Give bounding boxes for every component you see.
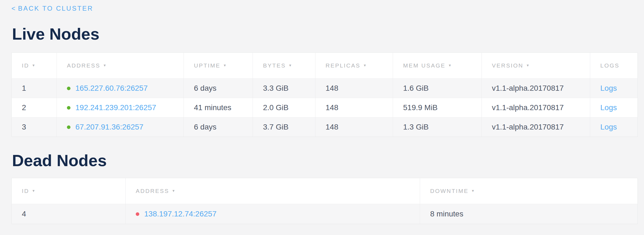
node-version-cell: v1.1-alpha.20170817 <box>482 98 590 118</box>
node-id-cell: 2 <box>12 98 57 118</box>
back-link-label: BACK TO CLUSTER <box>18 5 93 12</box>
sort-arrow-icon: ▾ <box>472 188 475 193</box>
live-node-row: 3 67.207.91.36:26257 6 days 3.7 GiB 148 … <box>12 118 638 137</box>
sort-arrow-icon: ▾ <box>33 188 36 193</box>
dead-node-row: 4 138.197.12.74:26257 8 minutes <box>12 204 638 224</box>
live-status-dot-icon <box>67 87 70 90</box>
live-status-dot-icon <box>67 106 70 110</box>
node-mem-usage-cell: 1.6 GiB <box>393 79 482 98</box>
sort-arrow-icon: ▾ <box>173 188 176 193</box>
node-bytes-cell: 3.7 GiB <box>253 118 315 137</box>
live-nodes-header-row: ID▾ ADDRESS▾ UPTIME▾ BYTES▾ REPLICAS▾ ME… <box>12 53 638 79</box>
col-header-label: MEM USAGE <box>403 62 445 69</box>
logs-link[interactable]: Logs <box>600 103 617 112</box>
col-header-mem-usage[interactable]: MEM USAGE▾ <box>393 53 482 79</box>
sort-arrow-icon: ▾ <box>224 63 227 67</box>
node-replicas-cell: 148 <box>315 118 393 137</box>
node-uptime-cell: 41 minutes <box>184 98 253 118</box>
live-node-row: 2 192.241.239.201:26257 41 minutes 2.0 G… <box>12 98 638 118</box>
node-address-cell: 138.197.12.74:26257 <box>126 204 420 224</box>
node-downtime-cell: 8 minutes <box>420 204 638 224</box>
col-header-label: BYTES <box>263 62 286 69</box>
col-header-label: ADDRESS <box>67 62 101 69</box>
col-header-label: ADDRESS <box>136 188 169 194</box>
node-address-link[interactable]: 165.227.60.76:26257 <box>75 84 148 92</box>
col-header-downtime[interactable]: DOWNTIME▾ <box>420 178 638 204</box>
node-address-link[interactable]: 192.241.239.201:26257 <box>75 103 156 112</box>
node-id-cell: 4 <box>12 204 126 224</box>
back-chevron-icon: < <box>11 5 15 12</box>
node-uptime-cell: 6 days <box>184 79 253 98</box>
dead-status-dot-icon <box>136 212 139 216</box>
col-header-uptime[interactable]: UPTIME▾ <box>184 53 253 79</box>
col-header-id[interactable]: ID▾ <box>12 53 57 79</box>
col-header-version[interactable]: VERSION▾ <box>482 53 590 79</box>
logs-link[interactable]: Logs <box>600 84 617 92</box>
col-header-label: DOWNTIME <box>430 188 469 194</box>
col-header-label: REPLICAS <box>326 62 361 69</box>
node-mem-usage-cell: 1.3 GiB <box>393 118 482 137</box>
node-version-cell: v1.1-alpha.20170817 <box>482 79 590 98</box>
col-header-address[interactable]: ADDRESS▾ <box>57 53 184 79</box>
col-header-logs: LOGS <box>590 53 638 79</box>
node-version-cell: v1.1-alpha.20170817 <box>482 118 590 137</box>
col-header-id[interactable]: ID▾ <box>12 178 126 204</box>
sort-arrow-icon: ▾ <box>364 63 367 67</box>
node-uptime-cell: 6 days <box>184 118 253 137</box>
col-header-replicas[interactable]: REPLICAS▾ <box>315 53 393 79</box>
back-to-cluster-link[interactable]: <BACK TO CLUSTER <box>11 4 93 13</box>
dead-nodes-title: Dead Nodes <box>12 152 637 170</box>
node-address-cell: 165.227.60.76:26257 <box>57 79 184 98</box>
col-header-label: LOGS <box>600 62 619 69</box>
col-header-label: ID <box>22 62 29 69</box>
col-header-label: UPTIME <box>194 62 220 69</box>
nodes-overview-page: <BACK TO CLUSTER Live Nodes ID▾ ADDRESS▾… <box>0 0 644 224</box>
node-id-cell: 3 <box>12 118 57 137</box>
dead-nodes-header-row: ID▾ ADDRESS▾ DOWNTIME▾ <box>12 178 638 204</box>
sort-arrow-icon: ▾ <box>289 63 292 67</box>
node-address-cell: 192.241.239.201:26257 <box>57 98 184 118</box>
col-header-label: ID <box>22 188 29 194</box>
node-address-cell: 67.207.91.36:26257 <box>57 118 184 137</box>
col-header-address[interactable]: ADDRESS▾ <box>126 178 420 204</box>
node-logs-cell: Logs <box>590 79 638 98</box>
live-status-dot-icon <box>67 125 70 129</box>
live-node-row: 1 165.227.60.76:26257 6 days 3.3 GiB 148… <box>12 79 638 98</box>
col-header-bytes[interactable]: BYTES▾ <box>253 53 315 79</box>
node-id-cell: 1 <box>12 79 57 98</box>
sort-arrow-icon: ▾ <box>449 63 452 67</box>
col-header-label: VERSION <box>492 62 524 69</box>
dead-nodes-table: ID▾ ADDRESS▾ DOWNTIME▾ 4 138.197.12.74:2… <box>11 178 638 224</box>
node-replicas-cell: 148 <box>315 98 393 118</box>
node-replicas-cell: 148 <box>315 79 393 98</box>
node-mem-usage-cell: 519.9 MiB <box>393 98 482 118</box>
sort-arrow-icon: ▾ <box>527 63 530 67</box>
node-address-link[interactable]: 138.197.12.74:26257 <box>144 210 217 218</box>
live-nodes-title: Live Nodes <box>12 25 637 43</box>
live-nodes-table: ID▾ ADDRESS▾ UPTIME▾ BYTES▾ REPLICAS▾ ME… <box>11 52 638 137</box>
node-bytes-cell: 3.3 GiB <box>253 79 315 98</box>
logs-link[interactable]: Logs <box>600 123 617 131</box>
node-bytes-cell: 2.0 GiB <box>253 98 315 118</box>
sort-arrow-icon: ▾ <box>33 63 36 67</box>
sort-arrow-icon: ▾ <box>104 63 107 67</box>
node-logs-cell: Logs <box>590 98 638 118</box>
node-logs-cell: Logs <box>590 118 638 137</box>
node-address-link[interactable]: 67.207.91.36:26257 <box>75 123 143 131</box>
